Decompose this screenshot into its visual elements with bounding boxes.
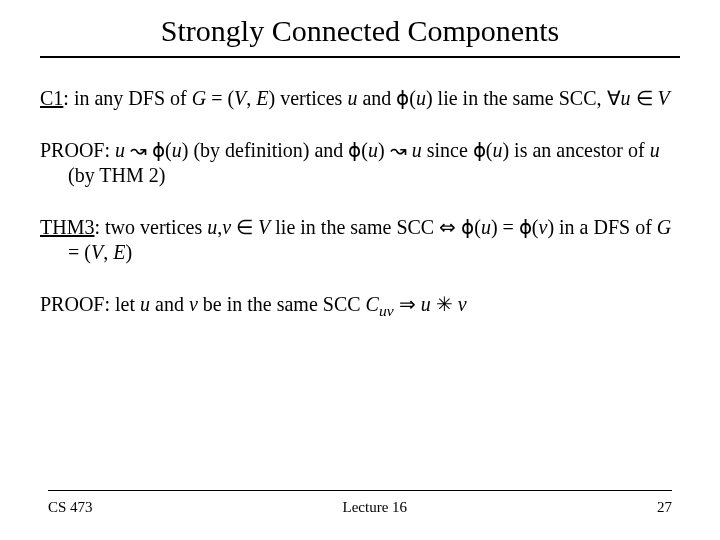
var-u: u bbox=[416, 87, 426, 109]
text: PROOF: let bbox=[40, 293, 140, 315]
slide-title: Strongly Connected Components bbox=[40, 14, 680, 56]
var-E: E bbox=[256, 87, 268, 109]
var-u: u bbox=[621, 87, 631, 109]
text: ( bbox=[532, 216, 539, 238]
forall-icon: ∀ bbox=[607, 87, 621, 109]
proof-1: PROOF: u ↝ ϕ(u) (by definition) and ϕ(u)… bbox=[40, 138, 680, 189]
var-u: u bbox=[368, 139, 378, 161]
var-V: V bbox=[658, 87, 670, 109]
var-u: u bbox=[650, 139, 660, 161]
var-u: u bbox=[115, 139, 125, 161]
iff-icon: ⇔ bbox=[439, 216, 461, 238]
in-icon: ∈ bbox=[231, 216, 258, 238]
star-icon: ✳ bbox=[431, 293, 458, 315]
text: ) vertices bbox=[269, 87, 348, 109]
text: and bbox=[357, 87, 396, 109]
phi-icon: ϕ bbox=[152, 139, 165, 161]
text: , bbox=[103, 241, 113, 263]
phi-icon: ϕ bbox=[473, 139, 486, 161]
theorem-3: THM3: two vertices u,v ∈ V lie in the sa… bbox=[40, 215, 680, 266]
var-u: u bbox=[172, 139, 182, 161]
text: and bbox=[150, 293, 189, 315]
text: = bbox=[68, 241, 84, 263]
footer-rule bbox=[48, 490, 672, 491]
var-u: u bbox=[421, 293, 431, 315]
phi-icon: ϕ bbox=[348, 139, 361, 161]
footer-center: Lecture 16 bbox=[343, 499, 408, 516]
text: since bbox=[422, 139, 473, 161]
var-C: C bbox=[366, 293, 379, 315]
text: (by definition) and bbox=[188, 139, 348, 161]
text: ) bbox=[491, 216, 498, 238]
var-V: V bbox=[234, 87, 246, 109]
text: ( bbox=[84, 241, 91, 263]
phi-icon: ϕ bbox=[519, 216, 532, 238]
var-u: u bbox=[412, 139, 422, 161]
text: = bbox=[206, 87, 227, 109]
text: ) lie in the same SCC, bbox=[426, 87, 607, 109]
var-V: V bbox=[91, 241, 103, 263]
var-v: v bbox=[458, 293, 467, 315]
text: PROOF: bbox=[40, 139, 115, 161]
text: : two vertices bbox=[94, 216, 207, 238]
text: ) bbox=[125, 241, 132, 263]
phi-icon: ϕ bbox=[461, 216, 474, 238]
leadsto-icon: ↝ bbox=[385, 139, 412, 161]
var-u: u bbox=[140, 293, 150, 315]
footer-row: CS 473 Lecture 16 27 bbox=[48, 499, 672, 516]
claim-c1: C1: in any DFS of G = (V, E) vertices u … bbox=[40, 86, 680, 112]
title-underline bbox=[40, 56, 680, 58]
text: ( bbox=[409, 87, 416, 109]
text: : in any DFS of bbox=[63, 87, 191, 109]
var-v: v bbox=[189, 293, 198, 315]
var-u: u bbox=[481, 216, 491, 238]
text: lie in the same SCC bbox=[270, 216, 439, 238]
proof-2: PROOF: let u and v be in the same SCC Cu… bbox=[40, 292, 680, 321]
implies-icon: ⇒ bbox=[394, 293, 421, 315]
thm3-label: THM3 bbox=[40, 216, 94, 238]
text: ) bbox=[378, 139, 385, 161]
text: ) is an ancestor of bbox=[502, 139, 649, 161]
var-u: u bbox=[492, 139, 502, 161]
var-V: V bbox=[258, 216, 270, 238]
slide: Strongly Connected Components C1: in any… bbox=[0, 0, 720, 540]
text: in a DFS of bbox=[554, 216, 657, 238]
var-u: u bbox=[347, 87, 357, 109]
var-u: u bbox=[207, 216, 217, 238]
var-G: G bbox=[192, 87, 206, 109]
in-icon: ∈ bbox=[631, 87, 658, 109]
slide-footer: CS 473 Lecture 16 27 bbox=[0, 490, 720, 516]
footer-left: CS 473 bbox=[48, 499, 93, 516]
text: = bbox=[498, 216, 519, 238]
leadsto-icon: ↝ bbox=[125, 139, 152, 161]
text: ( bbox=[474, 216, 481, 238]
footer-right: 27 bbox=[657, 499, 672, 516]
text: be in the same SCC bbox=[198, 293, 366, 315]
text: (by THM 2) bbox=[68, 164, 165, 186]
phi-icon: ϕ bbox=[396, 87, 409, 109]
var-E: E bbox=[113, 241, 125, 263]
c1-label: C1 bbox=[40, 87, 63, 109]
text: ( bbox=[165, 139, 172, 161]
var-v: v bbox=[222, 216, 231, 238]
var-G: G bbox=[657, 216, 671, 238]
text: , bbox=[246, 87, 256, 109]
text: ( bbox=[361, 139, 368, 161]
sub-uv: uv bbox=[379, 302, 394, 319]
